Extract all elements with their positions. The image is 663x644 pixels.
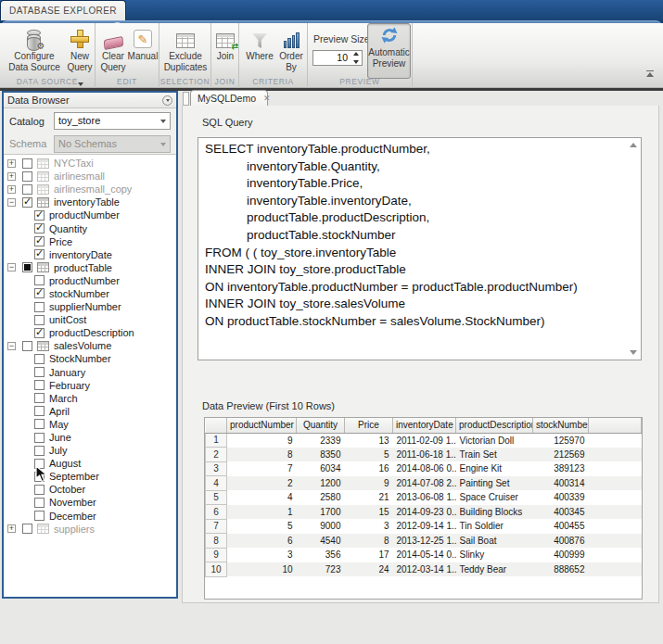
tree-item-label[interactable]: October — [49, 484, 85, 495]
tree-item-productNumber[interactable]: productNumber — [4, 274, 176, 287]
tree-item-productNumber[interactable]: productNumber — [4, 208, 176, 221]
tree-item-label[interactable]: airlinesmall — [54, 170, 105, 182]
checkbox-April[interactable] — [34, 406, 45, 416]
checkbox-July[interactable] — [34, 446, 45, 456]
checkbox-productTable[interactable] — [22, 262, 32, 272]
tree-item-label[interactable]: January — [49, 367, 85, 378]
tree-item-label[interactable]: March — [49, 393, 78, 404]
tree-item-label[interactable]: February — [49, 380, 90, 391]
tree-item-August[interactable]: August — [4, 457, 176, 470]
checkbox-productNumber[interactable] — [34, 275, 45, 285]
tree-item-label[interactable]: productNumber — [49, 275, 120, 286]
checkbox-inventoryDate[interactable] — [34, 249, 45, 259]
tree-item-label[interactable]: September — [49, 471, 99, 482]
checkbox-stockNumber[interactable] — [34, 288, 45, 298]
col-header-Quantity[interactable]: Quantity — [297, 418, 345, 433]
tree-item-June[interactable]: June — [4, 431, 176, 444]
tree-item-December[interactable]: December — [4, 510, 176, 523]
tree-item-productDescription[interactable]: productDescription — [4, 326, 176, 339]
preview-size-input[interactable]: 10 — [312, 50, 363, 66]
tree-item-September[interactable]: September — [4, 470, 176, 483]
tree-item-February[interactable]: February — [4, 379, 176, 392]
tree-item-label[interactable]: May — [49, 419, 69, 430]
tree-item-May[interactable]: May — [4, 418, 176, 431]
collapse-node-icon[interactable]: − — [7, 198, 16, 207]
tree-item-StockNumber[interactable]: StockNumber — [4, 352, 176, 365]
col-header-productNumber[interactable]: productNumber — [227, 418, 297, 433]
tree-item-label[interactable]: productNumber — [49, 209, 120, 221]
tree-item-label[interactable]: productTable — [54, 262, 112, 273]
new-query-button[interactable]: New Query — [65, 26, 95, 73]
tree-item-October[interactable]: October — [4, 483, 176, 496]
checkbox-unitCost[interactable] — [34, 315, 45, 325]
tree-item-label[interactable]: salesVolume — [54, 340, 111, 351]
tree-item-salesVolume[interactable]: −salesVolume — [4, 339, 176, 352]
scroll-down-icon[interactable] — [630, 350, 637, 355]
tree-item-Price[interactable]: Price — [4, 235, 176, 248]
checkbox-salesVolume[interactable] — [22, 341, 32, 351]
tree-item-label[interactable]: April — [49, 406, 70, 417]
collapse-ribbon-icon[interactable] — [644, 70, 657, 82]
tab-mysqldemo[interactable]: MySQLDemo ✕ — [190, 90, 268, 106]
join-button[interactable]: ⇄ Join — [212, 26, 238, 62]
tree-item-July[interactable]: July — [4, 444, 176, 457]
checkbox-airlinesmall_copy[interactable] — [22, 184, 32, 195]
automatic-preview-toggle[interactable]: Automatic Preview — [367, 23, 411, 79]
collapse-node-icon[interactable]: − — [7, 263, 16, 271]
checkbox-NYCTaxi[interactable] — [22, 158, 32, 169]
expand-node-icon[interactable]: + — [7, 185, 16, 194]
checkbox-June[interactable] — [34, 433, 45, 443]
checkbox-Price[interactable] — [34, 236, 45, 246]
tree-item-label[interactable]: NYCTaxi — [54, 158, 94, 169]
checkbox-Quantity[interactable] — [34, 223, 45, 234]
tree-item-supplierNumber[interactable]: supplierNumber — [4, 300, 176, 313]
order-by-button[interactable]: Order By — [276, 26, 306, 73]
tree-item-NYCTaxi[interactable]: +NYCTaxi — [4, 157, 176, 170]
checkbox-inventoryTable[interactable] — [22, 197, 32, 208]
tree-item-label[interactable]: suppliers — [54, 524, 95, 535]
tree-item-label[interactable]: July — [49, 445, 68, 456]
tree-item-label[interactable]: StockNumber — [49, 353, 111, 364]
tree-item-label[interactable]: stockNumber — [49, 288, 109, 299]
tree-item-label[interactable]: Price — [49, 236, 72, 247]
manual-button[interactable]: ✎ Manual — [127, 26, 159, 62]
tree-item-April[interactable]: April — [4, 405, 176, 418]
preview-size-stepper[interactable] — [351, 52, 360, 64]
tree-item-label[interactable]: June — [49, 432, 71, 443]
tree-item-productTable[interactable]: −productTable — [4, 261, 176, 274]
expand-node-icon[interactable]: + — [7, 159, 16, 168]
checkbox-May[interactable] — [34, 419, 45, 429]
col-header-rownum[interactable] — [206, 418, 227, 433]
tree-item-inventoryDate[interactable]: inventoryDate — [4, 248, 176, 261]
col-header-Price[interactable]: Price — [345, 418, 393, 433]
toolstrip-tab-database-explorer[interactable]: DATABASE EXPLORER — [0, 0, 126, 20]
col-header-stockNumber[interactable]: stockNumber — [533, 418, 589, 433]
checkbox-StockNumber[interactable] — [34, 354, 45, 364]
col-header-productDescription[interactable]: productDescription — [456, 418, 533, 433]
checkbox-November[interactable] — [34, 498, 45, 508]
tree-item-Quantity[interactable]: Quantity — [4, 221, 176, 234]
checkbox-February[interactable] — [34, 380, 45, 390]
checkbox-October[interactable] — [34, 485, 45, 495]
collapse-node-icon[interactable]: − — [7, 342, 16, 350]
expand-node-icon[interactable]: + — [7, 172, 16, 181]
tree-item-inventoryTable[interactable]: −inventoryTable — [4, 196, 176, 208]
checkbox-December[interactable] — [34, 511, 45, 521]
checkbox-productNumber[interactable] — [34, 210, 45, 221]
tree-item-unitCost[interactable]: unitCost — [4, 313, 176, 326]
checkbox-productDescription[interactable] — [34, 328, 45, 338]
exclude-duplicates-button[interactable]: Exclude Duplicates — [162, 26, 209, 73]
checkbox-March[interactable] — [34, 393, 45, 403]
tree-item-label[interactable]: inventoryTable — [54, 196, 120, 208]
tree-item-label[interactable]: unitCost — [49, 314, 86, 325]
tree-item-November[interactable]: November — [4, 496, 176, 509]
checkbox-January[interactable] — [34, 367, 45, 377]
tree-item-label[interactable]: airlinesmall_copy — [54, 183, 132, 195]
expand-node-icon[interactable]: + — [7, 524, 16, 533]
clear-query-button[interactable]: Clear Query — [98, 26, 128, 73]
sql-query-editor[interactable]: SELECT inventoryTable.productNumber, inv… — [198, 137, 642, 360]
tree-item-label[interactable]: November — [49, 497, 96, 508]
tree-item-March[interactable]: March — [4, 392, 176, 405]
where-button[interactable]: Where — [243, 26, 276, 62]
scroll-up-icon[interactable] — [630, 143, 637, 147]
